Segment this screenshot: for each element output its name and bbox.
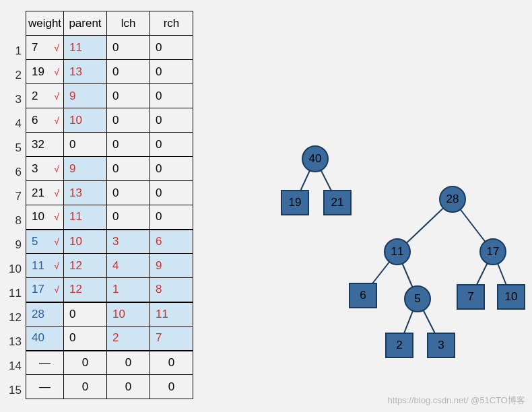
row-index: 2 — [5, 63, 22, 88]
row-index: 10 — [5, 257, 22, 281]
cell-parent: 13 — [64, 181, 107, 205]
check-icon: √ — [54, 91, 59, 102]
row-index: 12 — [5, 306, 22, 330]
row-index: 4 — [5, 112, 22, 136]
cell-parent: 10 — [64, 230, 107, 254]
cell-parent: 11 — [64, 36, 107, 60]
leaf-node: 2 — [385, 333, 413, 358]
check-icon: √ — [54, 164, 59, 174]
col-header-lch: lch — [107, 11, 150, 36]
huffman-table: weight parent lch rch 7√110019√13002√900… — [26, 11, 193, 399]
cell-lch: 0 — [107, 351, 150, 375]
cell-weight: 21√ — [26, 181, 64, 205]
cell-parent: 11 — [64, 205, 107, 230]
cell-lch: 0 — [107, 84, 150, 108]
row-index: 11 — [5, 281, 22, 306]
cell-rch: 0 — [150, 84, 193, 108]
tree-diagram-area: 4019212811176571023 — [256, 141, 525, 370]
row-index: 8 — [5, 209, 22, 233]
cell-lch: 3 — [107, 230, 150, 254]
cell-lch: 0 — [107, 36, 150, 60]
check-icon: √ — [54, 115, 59, 126]
cell-lch: 0 — [107, 205, 150, 230]
cell-parent: 0 — [64, 375, 107, 399]
cell-lch: 2 — [107, 327, 150, 351]
table-row: 19√1300 — [26, 60, 193, 84]
leaf-node: 3 — [427, 333, 455, 358]
cell-rch: 0 — [150, 60, 193, 84]
cell-rch: 8 — [150, 278, 193, 302]
check-icon: √ — [54, 67, 59, 77]
cell-lch: 0 — [107, 181, 150, 205]
cell-parent: 0 — [64, 351, 107, 375]
cell-weight: 5√ — [26, 230, 64, 254]
cell-rch: 0 — [150, 351, 193, 375]
table-row: 40027 — [26, 327, 193, 351]
internal-node: 40 — [302, 145, 329, 172]
cell-lch: 0 — [107, 375, 150, 399]
cell-rch: 0 — [150, 157, 193, 181]
table-row: 21√1300 — [26, 181, 193, 205]
table-row: 11√1249 — [26, 254, 193, 278]
table-row: 2801011 — [26, 302, 193, 327]
cell-lch: 10 — [107, 302, 150, 327]
cell-weight: 28 — [26, 302, 64, 327]
cell-rch: 0 — [150, 133, 193, 157]
cell-lch: 0 — [107, 157, 150, 181]
row-index: 7 — [5, 184, 22, 209]
leaf-node: 19 — [281, 190, 309, 215]
table-row: 10√1100 — [26, 205, 193, 230]
cell-rch: 0 — [150, 108, 193, 133]
cell-rch: 0 — [150, 36, 193, 60]
internal-node: 17 — [479, 238, 506, 265]
table-row: 6√1000 — [26, 108, 193, 133]
row-index: 9 — [5, 233, 22, 257]
cell-rch: 0 — [150, 181, 193, 205]
leaf-node: 10 — [497, 284, 525, 310]
cell-weight: 40 — [26, 327, 64, 351]
table-row: 17√1218 — [26, 278, 193, 302]
col-header-rch: rch — [150, 11, 193, 36]
cell-weight: 32 — [26, 133, 64, 157]
row-index: 15 — [5, 378, 22, 403]
cell-lch: 0 — [107, 108, 150, 133]
cell-parent: 0 — [64, 327, 107, 351]
cell-parent: 10 — [64, 108, 107, 133]
row-number-column: 123456789101112131415 — [5, 39, 22, 403]
check-icon: √ — [54, 284, 59, 295]
cell-lch: 0 — [107, 60, 150, 84]
cell-lch: 4 — [107, 254, 150, 278]
row-index: 14 — [5, 354, 22, 378]
check-icon: √ — [54, 211, 59, 222]
leaf-node: 6 — [349, 283, 377, 308]
leaf-node: 7 — [457, 284, 485, 310]
internal-node: 28 — [439, 186, 466, 213]
cell-weight: 2√ — [26, 84, 64, 108]
table-row: 5√1036 — [26, 230, 193, 254]
cell-rch: 0 — [150, 205, 193, 230]
table-row: 7√1100 — [26, 36, 193, 60]
check-icon: √ — [54, 261, 59, 271]
cell-weight: 6√ — [26, 108, 64, 133]
cell-weight: — — [26, 351, 64, 375]
col-header-parent: parent — [64, 11, 107, 36]
check-icon: √ — [54, 188, 59, 199]
cell-lch: 0 — [107, 133, 150, 157]
watermark: https://blog.csdn.net/ @51CTO博客 — [388, 394, 525, 407]
row-index: 5 — [5, 136, 22, 160]
cell-parent: 0 — [64, 133, 107, 157]
table-row: —000 — [26, 375, 193, 399]
cell-rch: 0 — [150, 375, 193, 399]
cell-parent: 0 — [64, 302, 107, 327]
col-header-weight: weight — [26, 11, 64, 36]
cell-rch: 6 — [150, 230, 193, 254]
row-index: 13 — [5, 330, 22, 354]
row-index: 6 — [5, 160, 22, 184]
internal-node: 5 — [404, 285, 431, 312]
table-body: 7√110019√13002√9006√1000320003√90021√130… — [26, 36, 193, 399]
cell-parent: 9 — [64, 84, 107, 108]
check-icon: √ — [54, 42, 59, 53]
table-header-row: weight parent lch rch — [26, 11, 193, 36]
table-row: —000 — [26, 351, 193, 375]
cell-parent: 13 — [64, 60, 107, 84]
